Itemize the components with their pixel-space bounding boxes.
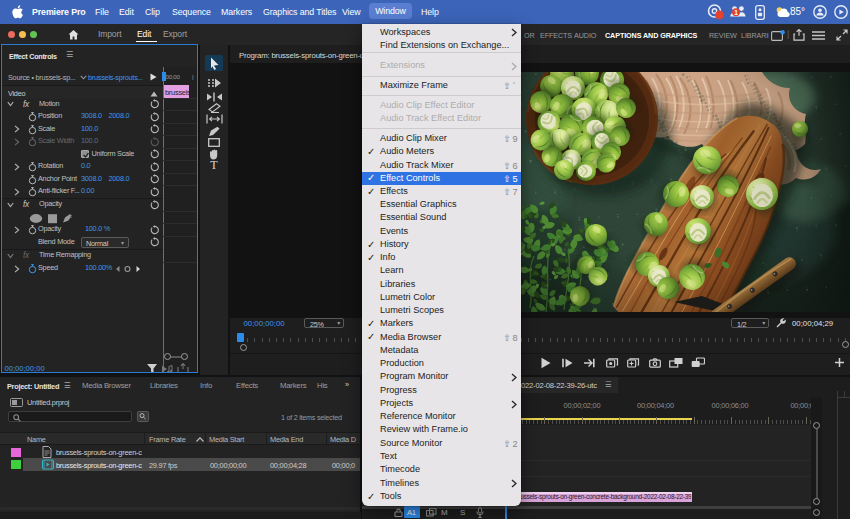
svg-text:1: 1 [734, 9, 738, 16]
svg-text:T: T [210, 159, 218, 170]
